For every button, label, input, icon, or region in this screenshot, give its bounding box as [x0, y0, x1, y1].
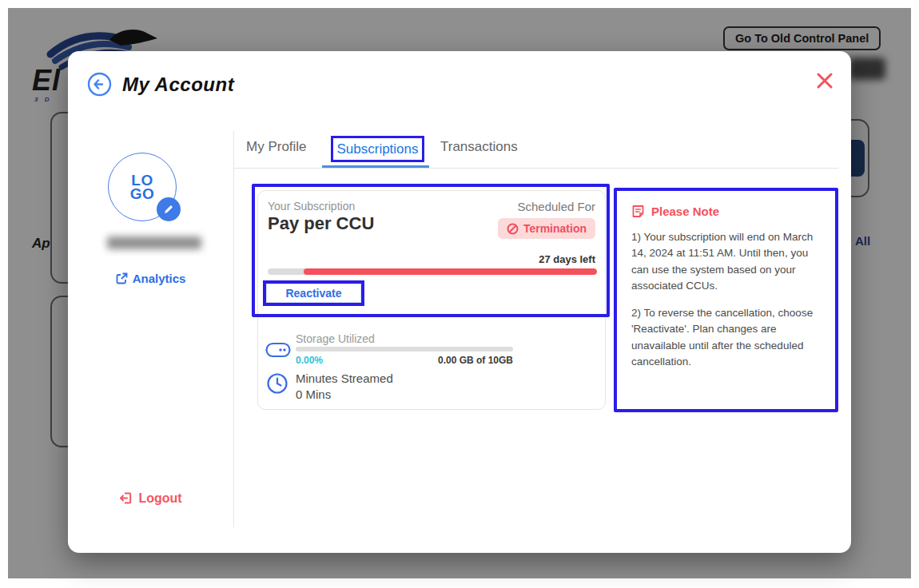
- tab-transactions[interactable]: Transactions: [440, 139, 518, 155]
- tabs-divider: [233, 168, 838, 169]
- minutes-streamed-label: Minutes Streamed: [296, 371, 393, 385]
- note-item-2: 2) To reverse the cancellation, choose '…: [631, 305, 821, 370]
- days-left-label: 27 days left: [539, 253, 595, 265]
- reactivate-annotation-box: Reactivate: [263, 280, 364, 306]
- subscription-card: Your Subscription Pay per CCU Scheduled …: [257, 190, 606, 410]
- storage-utilized-label: Storage Utilized: [296, 332, 375, 345]
- logout-button[interactable]: Logout: [68, 491, 233, 506]
- clock-icon: [266, 372, 288, 395]
- tab-subscriptions[interactable]: Subscriptions: [336, 141, 418, 157]
- prohibit-icon: [507, 223, 519, 235]
- my-account-modal: My Account LO GO Analytics: [68, 51, 851, 553]
- subscription-progress-bar: [268, 268, 597, 275]
- storage-drive-icon: [265, 341, 291, 359]
- subscription-progress-fill: [304, 268, 598, 275]
- logout-icon: [119, 491, 133, 505]
- back-button[interactable]: [87, 72, 112, 97]
- tab-my-profile[interactable]: My Profile: [246, 139, 307, 155]
- page-title: My Account: [122, 74, 234, 96]
- scheduled-for-label: Scheduled For: [517, 200, 595, 213]
- back-arrow-icon: [87, 72, 112, 97]
- external-link-icon: [116, 272, 128, 284]
- avatar-text-line2: GO: [130, 187, 155, 201]
- storage-amount: 0.00 GB of 10GB: [296, 355, 513, 366]
- note-icon: [631, 205, 645, 218]
- sidebar-divider: [233, 131, 234, 527]
- tab-subscriptions-annotation: Subscriptions: [331, 136, 424, 162]
- close-icon: [813, 69, 837, 93]
- edit-avatar-button[interactable]: [157, 197, 181, 221]
- note-item-1: 1) Your subscription will end on March 1…: [631, 229, 821, 294]
- logout-label: Logout: [138, 491, 181, 505]
- minutes-streamed-value: 0 Mins: [296, 387, 331, 401]
- avatar[interactable]: LO GO: [108, 153, 177, 221]
- please-note-panel: Please Note 1) Your subscription will en…: [617, 191, 835, 409]
- termination-label: Termination: [523, 222, 587, 235]
- pencil-icon: [163, 204, 174, 215]
- please-note-title: Please Note: [651, 205, 719, 218]
- username-blurred: [107, 236, 201, 249]
- analytics-label: Analytics: [133, 272, 186, 285]
- analytics-link[interactable]: Analytics: [68, 272, 233, 285]
- plan-name: Pay per CCU: [268, 213, 374, 234]
- reactivate-button[interactable]: Reactivate: [266, 284, 361, 303]
- screen: El 3 D Go To Old Control Panel Ap All My…: [0, 0, 919, 588]
- storage-progress-bar: [296, 347, 513, 352]
- termination-status-badge: Termination: [498, 218, 595, 239]
- close-button[interactable]: [813, 69, 838, 94]
- your-subscription-label: Your Subscription: [268, 200, 355, 213]
- please-note-annotation-box: Please Note 1) Your subscription will en…: [614, 188, 838, 412]
